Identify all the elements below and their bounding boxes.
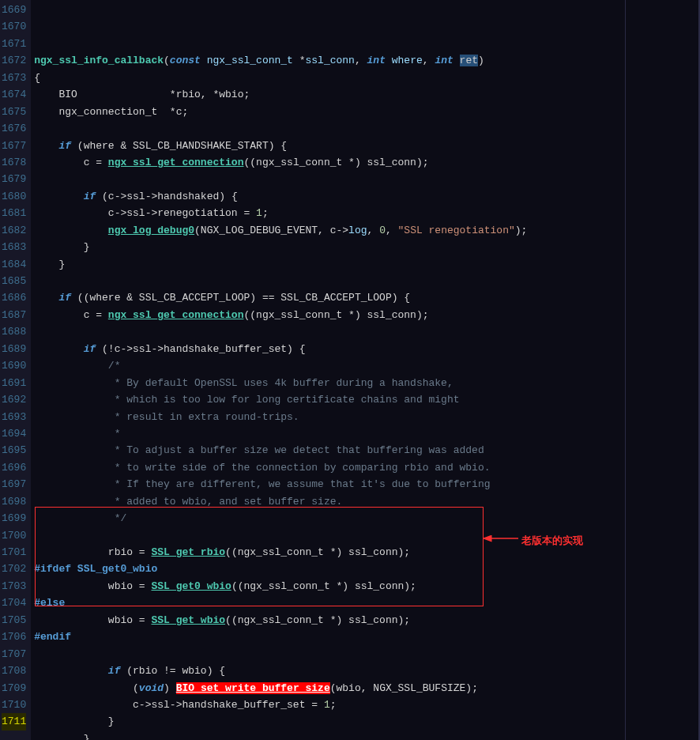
code-line[interactable]: if (where & SSL_CB_HANDSHAKE_START) {	[34, 138, 698, 154]
line-number: 1681	[2, 205, 26, 221]
code-line[interactable]: ngx_ssl_info_callback(const ngx_ssl_conn…	[34, 52, 698, 69]
code-line[interactable]: {	[34, 70, 698, 86]
token-id: ngx_ssl_conn_t	[207, 55, 293, 66]
code-line[interactable]	[34, 273, 698, 289]
code-line[interactable]: if (c->ssl->handshaked) {	[34, 188, 698, 205]
code-line[interactable]	[34, 527, 698, 544]
code-line[interactable]: }	[34, 713, 698, 730]
token-op: BIO *rbio, *wbio;	[34, 89, 250, 100]
code-line[interactable]: if (rbio != wbio) {	[34, 663, 698, 679]
line-number: 1671	[2, 36, 26, 52]
code-line[interactable]: c->ssl->handshake_buffer_set = 1;	[34, 697, 698, 713]
code-editor[interactable]: 1669167016711672167316741675167616771678…	[0, 0, 700, 740]
code-line[interactable]	[34, 323, 698, 340]
code-line[interactable]: * added to wbio, and set buffer size.	[34, 493, 698, 510]
code-line[interactable]: *	[34, 425, 698, 442]
line-number: 1669	[2, 2, 26, 18]
token-op: (rbio != wbio) {	[120, 665, 225, 677]
token-op	[453, 55, 460, 66]
code-line[interactable]	[34, 646, 698, 663]
line-number: 1686	[2, 289, 26, 306]
token-kw: int	[435, 55, 453, 66]
token-op: ((where & SSL_CB_ACCEPT_LOOP) == SSL_CB_…	[71, 292, 410, 304]
token-op: (where & SSL_CB_HANDSHAKE_START) {	[71, 140, 287, 152]
code-line[interactable]	[34, 171, 698, 187]
code-line[interactable]: c = ngx_ssl_get_connection((ngx_ssl_conn…	[34, 154, 698, 171]
code-line[interactable]: ngx_connection_t *c;	[34, 104, 698, 120]
line-number: 1688	[2, 323, 26, 340]
token-op: }	[34, 733, 89, 740]
code-line[interactable]: /*	[34, 357, 698, 374]
token-op: ,	[367, 225, 380, 236]
line-number: 1697	[2, 476, 26, 493]
code-line[interactable]: c = ngx_ssl_get_connection((ngx_ssl_conn…	[34, 307, 698, 323]
token-op: ngx_connection_t *c;	[34, 106, 188, 118]
token-kw: int	[367, 55, 386, 66]
token-cmt: *	[34, 428, 120, 440]
token-op: rbio =	[34, 546, 151, 558]
token-fn-u: ngx_ssl_get_connection	[108, 309, 244, 321]
code-line[interactable]: */	[34, 510, 698, 527]
line-number: 1702	[2, 561, 26, 577]
error-highlight: BIO_set_write_buffer_size	[176, 682, 330, 694]
line-number-gutter: 1669167016711672167316741675167616771678…	[0, 0, 31, 740]
line-number: 1693	[2, 409, 26, 425]
token-op: c =	[34, 309, 108, 321]
line-number: 1674	[2, 86, 26, 103]
token-op: ;	[330, 699, 337, 711]
token-op: (c->ssl->handshaked) {	[96, 191, 237, 202]
code-line[interactable]: #else	[34, 595, 698, 611]
code-line[interactable]: * which is too low for long certificate …	[34, 391, 698, 408]
token-cmt: * result in extra round-trips.	[34, 411, 299, 423]
code-line[interactable]: rbio = SSL_get_rbio((ngx_ssl_conn_t *) s…	[34, 544, 698, 561]
code-line[interactable]: wbio = SSL_get_wbio((ngx_ssl_conn_t *) s…	[34, 612, 698, 629]
code-line[interactable]: (void) BIO_set_write_buffer_size(wbio, N…	[34, 680, 698, 697]
code-line[interactable]: if ((where & SSL_CB_ACCEPT_LOOP) == SSL_…	[34, 289, 698, 306]
code-line[interactable]: if (!c->ssl->handshake_buffer_set) {	[34, 341, 698, 357]
token-cmt: */	[34, 512, 126, 524]
code-area[interactable]: ngx_ssl_info_callback(const ngx_ssl_conn…	[31, 0, 700, 740]
column-ruler	[625, 0, 626, 740]
token-cmt: * By default OpenSSL uses 4k buffer duri…	[34, 377, 453, 389]
code-line[interactable]: }	[34, 731, 698, 740]
line-number: 1689	[2, 341, 26, 357]
code-line[interactable]: #ifdef SSL_get0_wbio	[34, 561, 698, 577]
code-line[interactable]: ngx_log_debug0(NGX_LOG_DEBUG_EVENT, c->l…	[34, 222, 698, 239]
code-line[interactable]: BIO *rbio, *wbio;	[34, 86, 698, 103]
token-op: );	[515, 225, 528, 236]
code-line[interactable]: * result in extra round-trips.	[34, 409, 698, 425]
line-number: 1679	[2, 171, 26, 187]
code-line[interactable]	[34, 120, 698, 137]
line-number: 1691	[2, 375, 26, 391]
line-number: 1694	[2, 425, 26, 442]
code-line[interactable]: wbio = SSL_get0_wbio((ngx_ssl_conn_t *) …	[34, 578, 698, 595]
code-line[interactable]: }	[34, 256, 698, 273]
code-line[interactable]: }	[34, 239, 698, 255]
code-line[interactable]: c->ssl->renegotiation = 1;	[34, 205, 698, 221]
token-num: 0	[379, 225, 386, 236]
line-number: 1707	[2, 646, 26, 663]
line-number: 1683	[2, 239, 26, 255]
code-line[interactable]: * To adjust a buffer size we detect that…	[34, 442, 698, 459]
token-op	[34, 191, 83, 202]
line-number: 1675	[2, 104, 26, 120]
annotation-label: 老版本的实现	[521, 532, 583, 549]
token-op: ((ngx_ssl_conn_t *) ssl_conn);	[243, 309, 428, 321]
line-number: 1678	[2, 154, 26, 171]
code-line[interactable]: * By default OpenSSL uses 4k buffer duri…	[34, 375, 698, 391]
line-number: 1705	[2, 612, 26, 629]
token-str: "SSL renegotiation"	[398, 225, 515, 236]
token-op	[34, 292, 58, 304]
token-op: )	[478, 55, 484, 66]
token-id: ssl_conn	[306, 55, 355, 66]
token-op: c =	[34, 157, 108, 168]
code-line[interactable]: * to write side of the connection by com…	[34, 459, 698, 476]
token-kw: if	[58, 140, 71, 152]
line-number: 1699	[2, 510, 26, 527]
code-line[interactable]: #endif	[34, 629, 698, 645]
token-fn-u: SSL_get_wbio	[151, 614, 225, 626]
token-op	[34, 343, 83, 355]
token-op: ;	[262, 207, 269, 219]
line-number: 1698	[2, 493, 26, 510]
code-line[interactable]: * If they are different, we assume that …	[34, 476, 698, 493]
